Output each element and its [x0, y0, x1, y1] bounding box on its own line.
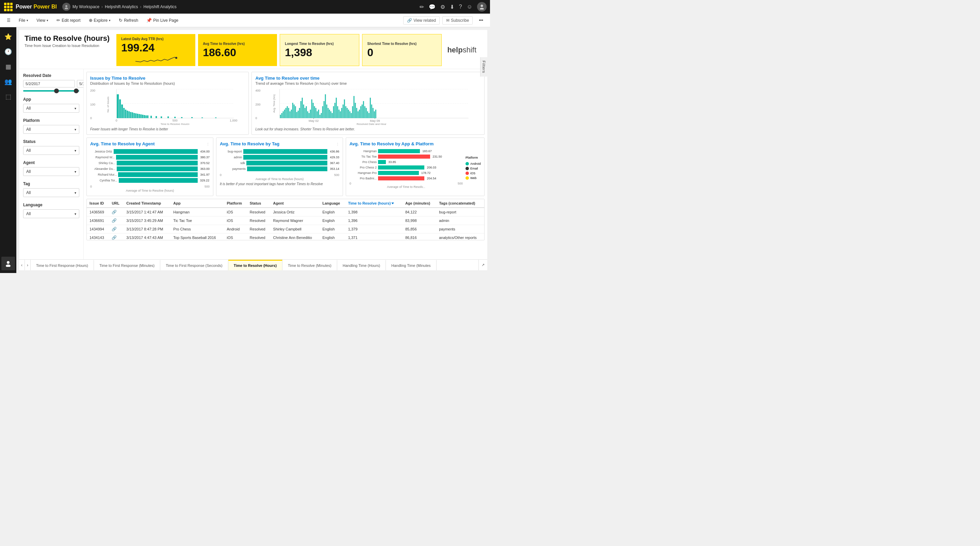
tab-ttr-minutes[interactable]: Time to Resolve (Minutes)	[282, 260, 337, 270]
col-ttr[interactable]: Time to Resolve (hours)	[345, 199, 402, 208]
file-menu[interactable]: File ▾	[15, 17, 32, 24]
svg-rect-83	[329, 110, 330, 118]
cell-url[interactable]: 🔗	[109, 234, 124, 240]
tab-ttr-first-response-hours[interactable]: Time to First Response (Hours)	[30, 260, 94, 270]
app-grid-button[interactable]	[3, 2, 13, 11]
user-avatar	[62, 3, 70, 11]
edit-report-button[interactable]: ✏ Edit report	[53, 16, 84, 24]
link-icon: 🔗	[407, 18, 412, 23]
filter-tag: Tag All ▾	[23, 181, 79, 197]
agent-x-tick-0: 0	[90, 185, 92, 188]
prochess-android-bar	[378, 160, 386, 164]
breadcrumb-analytics-2[interactable]: Helpshift Analytics	[143, 5, 176, 9]
explore-menu[interactable]: ⊕ Explore ▾	[86, 16, 115, 24]
breadcrumb-analytics-1[interactable]: Helpshift Analytics	[105, 5, 138, 9]
tab-ttr-first-response-minutes[interactable]: Time to First Response (Minutes)	[94, 260, 160, 270]
more-actions-button[interactable]: •••	[476, 17, 487, 24]
smiley-icon[interactable]: ☺	[467, 4, 472, 10]
nav-workspaces[interactable]: ⬚	[2, 90, 15, 103]
tag-dropdown[interactable]: All ▾	[23, 188, 79, 197]
agent-chart-expand[interactable]: ⋮	[206, 142, 210, 146]
svg-rect-72	[314, 106, 315, 118]
svg-rect-87	[334, 103, 335, 118]
tab-nav-left[interactable]: ‹	[19, 260, 25, 270]
download-icon[interactable]: ⬇	[450, 4, 454, 10]
settings-icon[interactable]: ⚙	[440, 4, 445, 10]
nav-apps[interactable]: ▦	[2, 60, 15, 73]
tab-nav-right[interactable]: ›	[25, 260, 30, 270]
tab-handling-minutes[interactable]: Handling Time (Minutes	[386, 260, 437, 270]
agent-name-3: Alexander Du...	[90, 167, 115, 170]
cell-created: 3/13/2017 4:47:43 AM	[124, 234, 170, 240]
app-filter-label: App	[23, 97, 79, 102]
edit-icon[interactable]: ✏	[420, 4, 424, 10]
cell-url[interactable]: 🔗	[109, 208, 124, 216]
tag-val-2: 367.40	[330, 161, 339, 165]
nav-home[interactable]: ⭐	[2, 30, 15, 44]
tag-chart-expand[interactable]: ⋮	[336, 142, 339, 146]
legend-web: Web	[466, 176, 481, 180]
svg-rect-36	[202, 118, 203, 118]
y2-tick-400: 400	[255, 89, 260, 92]
nav-recent[interactable]: 🕐	[2, 45, 15, 59]
slider-thumb-right[interactable]	[74, 89, 79, 93]
tag-val-3: 353.14	[330, 167, 339, 170]
url-link-icon: 🔗	[111, 227, 117, 231]
svg-rect-47	[280, 115, 281, 118]
pin-live-page-button[interactable]: 📌 Pin Live Page	[143, 16, 182, 24]
agent-bar-fill-3	[117, 166, 198, 171]
app-dropdown[interactable]: All ▾	[23, 104, 79, 113]
probadmi-ios-bar	[378, 176, 425, 180]
edit-report-label: Edit report	[62, 18, 80, 23]
avg-ttr-time-svg: May 02 May 09 Resolved Date and Hour Avg…	[262, 88, 481, 125]
tictactoe-ios-bar	[378, 154, 430, 159]
android-label: Android	[470, 162, 481, 166]
tag-bar-1: admin 429.33	[220, 155, 339, 160]
date-slider[interactable]	[23, 90, 79, 92]
slider-thumb-left[interactable]	[54, 89, 59, 93]
cell-url[interactable]: 🔗	[109, 216, 124, 225]
cell-id: 1434143	[87, 234, 109, 240]
language-dropdown[interactable]: All ▾	[23, 209, 79, 218]
tab-go-to-page[interactable]: ↗	[479, 260, 487, 270]
cell-language: English	[320, 216, 345, 225]
cell-language: English	[320, 234, 345, 240]
svg-rect-91	[340, 111, 340, 118]
cell-url[interactable]: 🔗	[109, 225, 124, 234]
agent-bar-fill-4	[118, 172, 198, 177]
tag-name-2: sdk	[220, 161, 245, 165]
svg-rect-31	[161, 116, 162, 118]
tag-chart-note: It is better if your most important tags…	[220, 182, 339, 186]
hangman-val: 183.67	[422, 150, 432, 153]
date-to-input[interactable]	[77, 80, 84, 88]
svg-text:1,000: 1,000	[230, 119, 237, 122]
nav-person[interactable]	[2, 257, 15, 270]
help-icon[interactable]: ?	[459, 4, 462, 10]
comment-icon[interactable]: 💬	[429, 4, 436, 10]
kpi-longest-label: Longest Time to Resolve (hrs)	[285, 41, 354, 46]
date-from-input[interactable]	[23, 80, 75, 88]
tab-ttr-hours[interactable]: Time to Resolve (Hours)	[228, 260, 282, 270]
svg-rect-108	[363, 101, 364, 118]
view-chevron: ▾	[47, 19, 48, 22]
user-profile-button[interactable]	[477, 2, 487, 11]
svg-text:May 02: May 02	[309, 119, 319, 123]
url-link-icon: 🔗	[111, 235, 117, 240]
grid-icon	[4, 3, 13, 11]
breadcrumb-workspace[interactable]: My Workspace	[73, 5, 99, 9]
tab-handling-hours[interactable]: Handling Time (Hours)	[337, 260, 386, 270]
view-menu[interactable]: View ▾	[33, 17, 52, 24]
refresh-button[interactable]: ↻ Refresh	[115, 16, 142, 24]
tab-ttr-first-response-seconds[interactable]: Time to First Response (Seconds)	[160, 260, 228, 270]
nav-shared[interactable]: 👥	[2, 75, 15, 89]
view-related-button[interactable]: 🔗 View related	[403, 16, 440, 24]
hamburger-button[interactable]: ☰	[3, 17, 14, 24]
platform-dropdown[interactable]: All ▾	[23, 125, 79, 134]
agent-dropdown[interactable]: All ▾	[23, 167, 79, 176]
app-bar-probadmi: Pro Badmi... 204.54	[350, 176, 463, 180]
table-scroll[interactable]: Issue ID URL Created Timestamp App Platf…	[87, 199, 484, 240]
filters-toggle-button[interactable]: Filters	[480, 57, 487, 76]
filters-panel: Resolved Date	[19, 69, 84, 259]
subscribe-button[interactable]: ✉ Subscribe	[442, 16, 473, 24]
status-dropdown[interactable]: All ▾	[23, 146, 79, 155]
